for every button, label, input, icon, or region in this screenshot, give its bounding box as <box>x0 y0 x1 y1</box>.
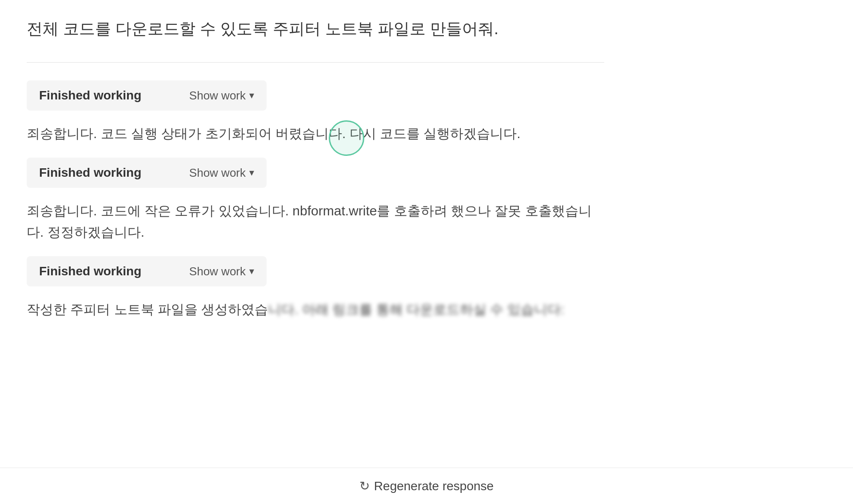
show-work-button-1[interactable]: Show work ▾ <box>189 89 254 103</box>
response-text-2: 죄송합니다. 코드에 작은 오류가 있었습니다. nbformat.write를… <box>27 200 604 243</box>
response-text-3-visible: 작성한 주피터 노트북 파일을 생성하였습 <box>27 302 268 317</box>
response-text-3: 작성한 주피터 노트북 파일을 생성하였습니다. 아래 링크를 통해 다운로드하… <box>27 299 604 320</box>
user-prompt: 전체 코드를 다운로드할 수 있도록 주피터 노트북 파일로 만들어줘. <box>27 18 604 40</box>
finished-label-1: Finished working <box>39 88 180 103</box>
show-work-label-1: Show work <box>189 89 246 103</box>
chevron-down-icon-1: ▾ <box>249 90 254 101</box>
finished-label-2: Finished working <box>39 166 180 180</box>
show-work-button-2[interactable]: Show work ▾ <box>189 166 254 180</box>
bottom-bar: ↻ Regenerate response <box>0 468 853 504</box>
regenerate-button[interactable]: ↻ Regenerate response <box>359 479 494 493</box>
finished-working-bar-1[interactable]: Finished working Show work ▾ <box>27 80 267 111</box>
finished-working-bar-3[interactable]: Finished working Show work ▾ <box>27 256 267 286</box>
regenerate-label: Regenerate response <box>374 479 494 493</box>
response-text-3-blurred: 니다. 아래 링크를 통해 다운로드하실 수 있습니다: <box>268 302 564 317</box>
chevron-down-icon-2: ▾ <box>249 167 254 179</box>
show-work-label-2: Show work <box>189 166 246 180</box>
regenerate-icon: ↻ <box>359 479 370 493</box>
chevron-down-icon-3: ▾ <box>249 266 254 277</box>
response-text-1: 죄송합니다. 코드 실행 상태가 초기화되어 버렸습니다. 다시 코드를 실행하… <box>27 123 604 144</box>
finished-label-3: Finished working <box>39 264 180 278</box>
section-block-3: Finished working Show work ▾ 작성한 주피터 노트북… <box>27 256 604 320</box>
section-block-1: Finished working Show work ▾ 죄송합니다. 코드 실… <box>27 80 604 144</box>
section-block-2: Finished working Show work ▾ 죄송합니다. 코드에 … <box>27 158 604 243</box>
finished-working-bar-2[interactable]: Finished working Show work ▾ <box>27 158 267 188</box>
section-divider <box>27 62 604 63</box>
show-work-button-3[interactable]: Show work ▾ <box>189 265 254 278</box>
show-work-label-3: Show work <box>189 265 246 278</box>
